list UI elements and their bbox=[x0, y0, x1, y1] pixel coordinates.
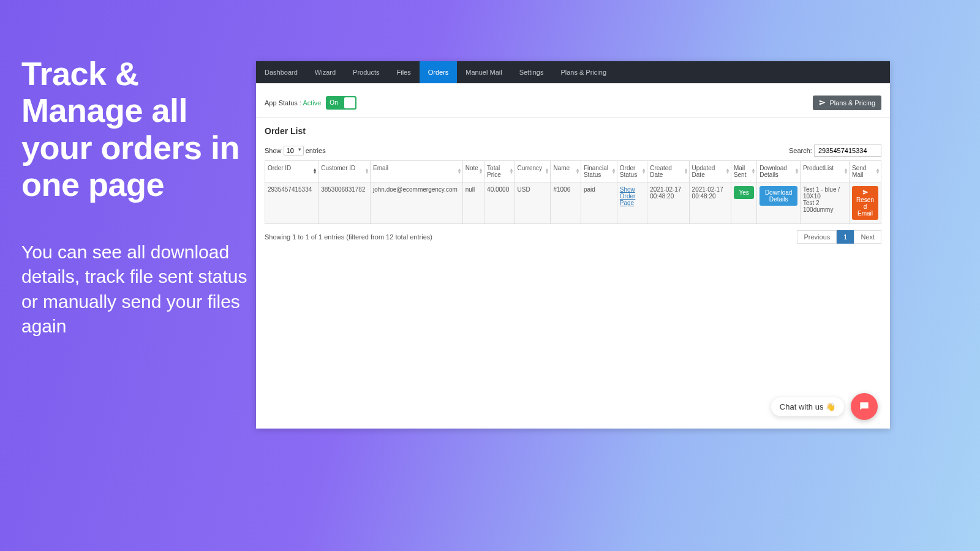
col-created-date[interactable]: Created Date▴▾ bbox=[647, 161, 689, 182]
cell-name: #1006 bbox=[551, 182, 581, 224]
nav-plans-pricing[interactable]: Plans & Pricing bbox=[552, 61, 615, 83]
cell-download-details: Download Details bbox=[757, 182, 801, 224]
cell-product-list: Test 1 - blue / 10X10 Test 2 100dummy bbox=[800, 182, 849, 224]
paper-plane-icon bbox=[862, 189, 869, 195]
cell-customer-id: 3853006831782 bbox=[318, 182, 371, 224]
col-download-details[interactable]: Download Details▴▾ bbox=[757, 161, 801, 182]
app-window: DashboardWizardProductsFilesOrdersManuel… bbox=[256, 61, 890, 429]
nav-products[interactable]: Products bbox=[344, 61, 388, 83]
chat-icon bbox=[858, 400, 870, 413]
mail-sent-button[interactable]: Yes bbox=[734, 186, 754, 199]
chat-button[interactable] bbox=[851, 393, 878, 420]
cell-currency: USD bbox=[514, 182, 551, 224]
pager: Previous 1 Next bbox=[797, 230, 881, 244]
promo-body: You can see all download details, track … bbox=[21, 240, 248, 339]
chat-pill[interactable]: Chat with us 👋 bbox=[771, 397, 844, 416]
table-row: 29354574153343853006831782john.doe@ecomm… bbox=[265, 182, 881, 224]
col-updated-date[interactable]: Updated Date▴▾ bbox=[689, 161, 731, 182]
orders-table: Order ID▴▾Customer ID▴▾Email▴▾Note▴▾Tota… bbox=[265, 160, 881, 224]
col-customer-id[interactable]: Customer ID▴▾ bbox=[318, 161, 371, 182]
pager-prev[interactable]: Previous bbox=[797, 230, 837, 244]
nav-orders[interactable]: Orders bbox=[420, 61, 458, 83]
col-mail-sent[interactable]: Mail Sent▴▾ bbox=[731, 161, 756, 182]
plans-pricing-button[interactable]: Plans & Pricing bbox=[813, 96, 881, 110]
col-financial-status[interactable]: Financial Status▴▾ bbox=[581, 161, 617, 182]
table-info: Showing 1 to 1 of 1 entries (filtered fr… bbox=[265, 233, 432, 241]
cell-created-date: 2021-02-17 00:48:20 bbox=[647, 182, 689, 224]
nav-files[interactable]: Files bbox=[388, 61, 419, 83]
col-order-id[interactable]: Order ID▴▾ bbox=[265, 161, 318, 182]
navbar: DashboardWizardProductsFilesOrdersManuel… bbox=[256, 61, 890, 83]
app-status-label: App Status : Active bbox=[265, 99, 321, 107]
nav-manuel-mail[interactable]: Manuel Mail bbox=[457, 61, 510, 83]
col-name[interactable]: Name▴▾ bbox=[551, 161, 581, 182]
cell-financial-status: paid bbox=[581, 182, 617, 224]
nav-settings[interactable]: Settings bbox=[511, 61, 552, 83]
promo-title: Track & Manage all your orders in one pa… bbox=[21, 55, 248, 203]
page-size-select[interactable]: 10 bbox=[284, 146, 304, 156]
cell-send-mail: Resend Email bbox=[850, 182, 881, 224]
cell-email: john.doe@ecommergency.com bbox=[370, 182, 462, 224]
cell-note: null bbox=[462, 182, 484, 224]
nav-dashboard[interactable]: Dashboard bbox=[256, 61, 306, 83]
cell-mail-sent: Yes bbox=[731, 182, 756, 224]
nav-wizard[interactable]: Wizard bbox=[306, 61, 344, 83]
pager-next[interactable]: Next bbox=[854, 230, 881, 244]
col-order-status[interactable]: Order Status▴▾ bbox=[617, 161, 647, 182]
paper-plane-icon bbox=[819, 99, 826, 106]
col-email[interactable]: Email▴▾ bbox=[370, 161, 462, 182]
cell-order-id: 2935457415334 bbox=[265, 182, 318, 224]
download-details-button[interactable]: Download Details bbox=[760, 186, 797, 206]
col-send-mail[interactable]: Send Mail▴▾ bbox=[850, 161, 881, 182]
app-status-value: Active bbox=[303, 99, 321, 107]
order-status-link[interactable]: Show Order Page bbox=[620, 186, 636, 206]
cell-updated-date: 2021-02-17 00:48:20 bbox=[689, 182, 731, 224]
search-control: Search: bbox=[789, 144, 881, 157]
cell-total-price: 40.0000 bbox=[484, 182, 514, 224]
search-input[interactable] bbox=[814, 144, 881, 157]
col-currency[interactable]: Currency▴▾ bbox=[514, 161, 551, 182]
col-total-price[interactable]: Total Price▴▾ bbox=[484, 161, 514, 182]
order-list-heading: Order List bbox=[265, 126, 881, 136]
pager-page-1[interactable]: 1 bbox=[837, 230, 854, 244]
status-bar: App Status : Active On Plans & Pricing bbox=[256, 88, 890, 118]
col-productlist[interactable]: ProductList▴▾ bbox=[800, 161, 849, 182]
app-status-toggle[interactable]: On bbox=[326, 96, 356, 110]
cell-order-status: Show Order Page bbox=[617, 182, 647, 224]
entries-control: Show 10 entries bbox=[265, 146, 326, 156]
col-note[interactable]: Note▴▾ bbox=[462, 161, 484, 182]
send-mail-button[interactable]: Resend Email bbox=[852, 186, 878, 220]
